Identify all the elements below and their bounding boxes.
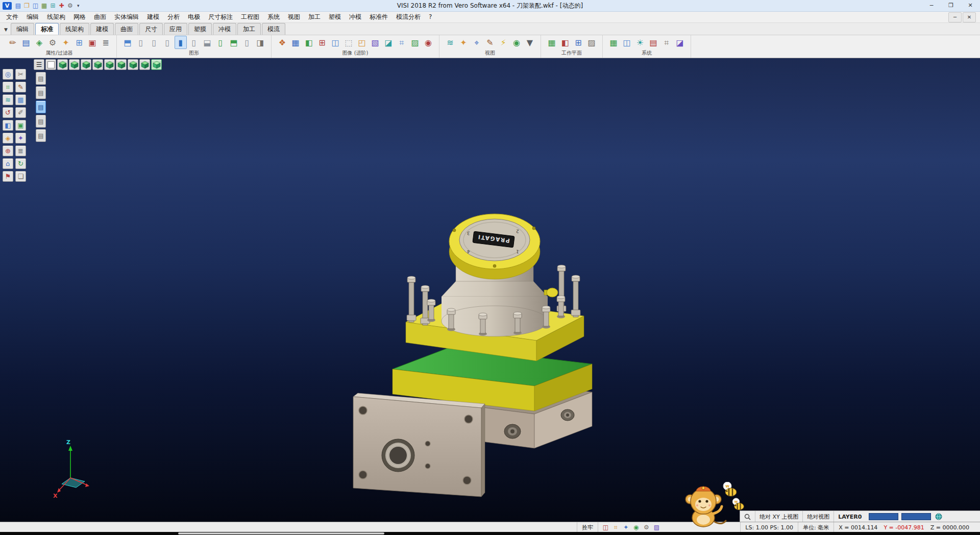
ribbon-icon-4-1[interactable]: ◧ [559, 36, 571, 49]
statusbar-icon-5[interactable]: ▨ [651, 523, 662, 531]
ribbon-icon-4-2[interactable]: ⊞ [572, 36, 584, 49]
ribbon-icon-0-5[interactable]: ⊞ [73, 36, 85, 49]
view-button-3[interactable] [69, 59, 80, 70]
ribbon-icon-1-6[interactable]: ⬓ [201, 36, 213, 49]
left-toolbar-icon-11[interactable]: ✦ [15, 133, 26, 143]
menu-item-18[interactable]: ? [425, 12, 436, 21]
doc-minimize-button[interactable]: ─ [948, 12, 962, 22]
ribbon-icon-0-6[interactable]: ▣ [86, 36, 99, 49]
units-indicator[interactable]: 单位: 毫米 [798, 522, 834, 532]
ribbon-icon-2-9[interactable]: ⌗ [396, 36, 408, 49]
view-button-10[interactable] [151, 59, 162, 70]
ribbon-icon-0-3[interactable]: ⚙ [46, 36, 59, 49]
close-button[interactable]: ✕ [961, 0, 980, 11]
ribbon-icon-2-1[interactable]: ▦ [289, 36, 302, 49]
left-toolbar-icon-0[interactable]: ◎ [3, 69, 13, 80]
ribbon-icon-2-11[interactable]: ◉ [422, 36, 434, 49]
ribbon-icon-1-9[interactable]: ▯ [241, 36, 253, 49]
menu-item-8[interactable]: 电极 [184, 12, 204, 22]
ribbon-icon-3-6[interactable]: ▼ [524, 36, 536, 49]
menu-item-11[interactable]: 系统 [263, 12, 284, 22]
menu-item-3[interactable]: 网格 [69, 12, 90, 22]
menu-item-1[interactable]: 编辑 [22, 12, 43, 22]
menu-item-4[interactable]: 曲面 [90, 12, 110, 22]
ribbon-icon-1-8[interactable]: ⬒ [228, 36, 240, 49]
menu-item-16[interactable]: 标准件 [365, 12, 392, 22]
ribbon-icon-3-4[interactable]: ⚡ [497, 36, 509, 49]
ribbon-icon-4-3[interactable]: ▨ [585, 36, 598, 49]
ribbon-icon-0-2[interactable]: ◈ [33, 36, 45, 49]
left-toolbar-icon-1[interactable]: ✂ [15, 69, 26, 80]
left-toolbar-icon-15[interactable]: ↻ [15, 158, 26, 169]
ribbon-icon-2-6[interactable]: ◰ [356, 36, 368, 49]
statusbar-icon-0[interactable]: ◫ [600, 523, 610, 531]
taskbar-thumb[interactable] [178, 532, 384, 534]
left-toolbar-icon-13[interactable]: ≣ [15, 145, 26, 156]
statusbar-icon-3[interactable]: ◉ [631, 523, 641, 531]
quick-access-icon-4[interactable]: ⊞ [48, 1, 57, 10]
quick-access-caret[interactable]: ▾ [75, 3, 82, 8]
statusbar-icon-4[interactable]: ⚙ [641, 523, 651, 531]
statusbar-icon-1[interactable]: ⌗ [610, 523, 621, 531]
left-toolbar-icon-16[interactable]: ⚑ [3, 171, 13, 182]
view-button-7[interactable] [116, 59, 127, 70]
ribbon-icon-5-0[interactable]: ▦ [607, 36, 620, 49]
view-button-9[interactable] [139, 59, 150, 70]
absolute-view-indicator[interactable]: 绝对视图 [802, 511, 834, 522]
ribbon-icon-5-2[interactable]: ☀ [634, 36, 646, 49]
tab-0[interactable]: 编辑 [11, 23, 34, 35]
menu-item-10[interactable]: 工程图 [237, 12, 263, 22]
tab-5[interactable]: 尺寸 [139, 23, 163, 35]
ribbon-icon-5-4[interactable]: ⌗ [660, 36, 673, 49]
menu-item-7[interactable]: 分析 [163, 12, 184, 22]
quick-access-icon-2[interactable]: ◫ [31, 1, 40, 10]
ribbon-icon-3-0[interactable]: ≋ [444, 36, 456, 49]
ribbon-icon-5-5[interactable]: ◪ [674, 36, 686, 49]
menu-item-5[interactable]: 实体编辑 [110, 12, 143, 22]
view-button-4[interactable] [81, 59, 91, 70]
ribbon-icon-3-2[interactable]: ⌖ [471, 36, 483, 49]
tabbar-dropdown[interactable]: ▼ [2, 27, 11, 35]
ribbon-icon-2-4[interactable]: ◫ [329, 36, 341, 49]
left-toolbar-icon-5[interactable]: ▦ [15, 94, 26, 105]
quick-access-icon-3[interactable]: ▦ [40, 1, 48, 10]
viewport-3d[interactable]: PRAGATI 3 2 4 1 [0, 57, 980, 522]
ribbon-icon-1-1[interactable]: ▯ [135, 36, 147, 49]
view-button-5[interactable] [92, 59, 103, 70]
menu-item-0[interactable]: 文件 [2, 12, 22, 22]
tab-9[interactable]: 加工 [237, 23, 261, 35]
clip-strip-icon-0[interactable]: ▤ [36, 72, 46, 85]
quick-access-icon-6[interactable]: ⚙ [66, 1, 75, 10]
clip-strip-icon-2[interactable]: ▤ [36, 101, 46, 113]
left-toolbar-icon-3[interactable]: ✎ [15, 82, 26, 92]
left-toolbar-icon-2[interactable]: ⌗ [3, 82, 13, 92]
left-toolbar-icon-14[interactable]: ⌂ [3, 158, 13, 169]
layer-indicator[interactable]: LAYER0 [834, 511, 866, 522]
ribbon-icon-3-5[interactable]: ◉ [510, 36, 523, 49]
globe-icon[interactable] [931, 511, 946, 522]
ribbon-icon-5-1[interactable]: ◫ [621, 36, 633, 49]
ribbon-icon-1-4[interactable]: ▮ [175, 36, 187, 49]
ribbon-icon-2-3[interactable]: ⊞ [316, 36, 328, 49]
ribbon-icon-4-0[interactable]: ▦ [546, 36, 558, 49]
tab-2[interactable]: 线架构 [60, 23, 89, 35]
view-button-1[interactable] [45, 59, 56, 70]
ribbon-icon-2-7[interactable]: ▧ [369, 36, 381, 49]
view-button-2[interactable] [57, 59, 68, 70]
model-3d[interactable]: PRAGATI 3 2 4 1 [0, 58, 980, 522]
statusbar-icon-2[interactable]: ✦ [621, 523, 631, 531]
quick-access-icon-0[interactable]: ▤ [14, 1, 22, 10]
ribbon-icon-5-3[interactable]: ▤ [647, 36, 659, 49]
ribbon-icon-1-7[interactable]: ▯ [214, 36, 227, 49]
quick-access-icon-5[interactable]: ✚ [57, 1, 66, 10]
ribbon-icon-2-0[interactable]: ❖ [276, 36, 288, 49]
clip-strip-icon-4[interactable]: ▤ [36, 129, 46, 142]
menu-item-17[interactable]: 模流分析 [392, 12, 425, 22]
menu-item-14[interactable]: 塑模 [325, 12, 345, 22]
view-mode-indicator[interactable]: 绝对 XY 上视图 [755, 511, 802, 522]
left-toolbar-icon-17[interactable]: ❏ [15, 171, 26, 182]
left-toolbar-icon-6[interactable]: ↺ [3, 107, 13, 118]
left-toolbar-icon-12[interactable]: ⊕ [3, 145, 13, 156]
doc-close-button[interactable]: ✕ [963, 12, 976, 22]
tab-10[interactable]: 模流 [262, 23, 285, 35]
